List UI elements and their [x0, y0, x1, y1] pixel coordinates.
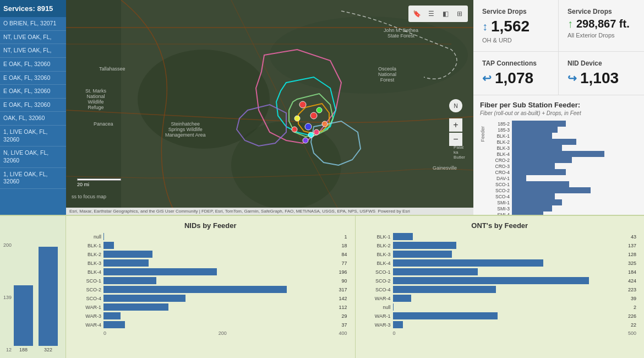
- sidebar-item[interactable]: N, LIVE OAK, FL, 32060: [0, 147, 66, 167]
- fiber-bar-row: BLK-1: [488, 133, 637, 139]
- svg-point-17: [294, 116, 300, 121]
- bookmark-button[interactable]: 🔖: [411, 8, 423, 20]
- svg-point-19: [308, 132, 314, 138]
- onts-bar-row: WAR-4 39: [363, 295, 637, 302]
- map-zoom-controls[interactable]: + −: [449, 118, 462, 147]
- map-label-steinhatchee: Steinhatchee Springs Wildlife Management…: [165, 121, 206, 138]
- nids-bar-row: BLK-3 77: [74, 259, 347, 267]
- stat-service-drops-ext: Service Drops ↑ 298,867 ft. All Exterior…: [559, 0, 644, 52]
- onts-chart-title: ONT's by Feeder: [363, 221, 637, 230]
- nids-bar-row: SCO-2 317: [74, 286, 347, 293]
- sidebar-item[interactable]: E OAK, FL, 32060: [0, 99, 66, 112]
- nids-bar-row: SCO-1 90: [74, 277, 347, 284]
- fiber-bar-row: SMI-1: [488, 199, 637, 205]
- ext-icon: ↑: [567, 18, 573, 30]
- nids-bar-row: BLK-1 18: [74, 242, 347, 249]
- fiber-bar-row: 185-3: [488, 127, 637, 133]
- map-label-forest: John M. Bethea State Forest: [384, 28, 418, 39]
- sidebar-title: Services: 8915: [0, 0, 66, 17]
- stat-nid-device: NID Device ↪ 1,103: [559, 52, 644, 95]
- list-button[interactable]: ☰: [425, 8, 437, 20]
- svg-point-3: [231, 121, 341, 209]
- svg-point-16: [316, 107, 322, 113]
- onts-bar-row: SCO-4 223: [363, 286, 637, 293]
- fiber-bar-row: BLK-3: [488, 145, 637, 151]
- map-label-gainesville: Gainesville: [433, 165, 457, 171]
- sidebar-item[interactable]: E OAK, FL, 32060: [0, 85, 66, 99]
- left-bars: 188 322: [14, 247, 58, 352]
- grid-button[interactable]: ⊞: [454, 8, 466, 20]
- map-attribution: Esri, Maxar, Earthstar Geographics, and …: [66, 208, 473, 215]
- fiber-bar-row: SCO-2: [488, 187, 637, 193]
- stats-grid: Service Drops ↕ 1,562 OH & URD Service D…: [473, 0, 644, 95]
- nids-bar-row: WAR-4 37: [74, 321, 347, 328]
- nids-x-axis: 0 200 400: [74, 330, 347, 336]
- onts-bar-row: null 2: [363, 303, 637, 311]
- stat-service-drops-oh: Service Drops ↕ 1,562 OH & URD: [473, 0, 559, 52]
- onts-x-axis: 0 500: [363, 330, 637, 336]
- fiber-chart-panel: Fiber per Sub Station Feeder: Fiber (rol…: [473, 95, 644, 215]
- fiber-bar-row: 185-2: [488, 121, 637, 127]
- sidebar-item[interactable]: OAK, FL, 32060: [0, 112, 66, 126]
- onts-bar-row: SCO-1 184: [363, 268, 637, 275]
- svg-point-20: [292, 127, 297, 132]
- map-label-stmarks: St. Marks National Wildlife Refuge: [85, 88, 106, 110]
- zoom-in-button[interactable]: +: [449, 118, 462, 132]
- fiber-chart-y-label: Feeder: [480, 126, 485, 142]
- map-compass: N: [449, 99, 462, 112]
- nids-bar-row: BLK-4 196: [74, 268, 347, 275]
- nids-bar-row: WAR-1 112: [74, 303, 347, 311]
- map-label-tallahassee: Tallahassee: [99, 66, 125, 72]
- onts-bar-row: BLK-2 137: [363, 242, 637, 249]
- left-bar-2: [39, 247, 58, 346]
- sidebar-item[interactable]: NT, LIVE OAK, FL,: [0, 44, 66, 58]
- svg-point-21: [303, 138, 308, 143]
- oh-icon: ↕: [482, 20, 488, 33]
- left-bar-chart: 200 139 12 188 322: [3, 242, 62, 352]
- layers-button[interactable]: ◧: [439, 8, 451, 20]
- onts-bar-row: BLK-4 325: [363, 259, 637, 267]
- zoom-out-button[interactable]: −: [449, 133, 462, 146]
- nids-bar-row: SCO-4 142: [74, 295, 347, 302]
- onts-bar-row: WAR-3 22: [363, 321, 637, 328]
- fiber-chart-bars: 185-2 185-3 BLK-1 BLK-2 BLK-3: [488, 121, 637, 215]
- map-toolbar[interactable]: 🔖 ☰ ◧ ⊞: [408, 6, 468, 22]
- nids-bar-row: WAR-3 29: [74, 312, 347, 319]
- sidebar: Services: 8915 O BRIEN, FL, 32071 NT, LI…: [0, 0, 66, 215]
- svg-point-18: [322, 121, 328, 127]
- onts-bar-row: WAR-1 226: [363, 312, 637, 319]
- fiber-chart-container: Feeder 185-2 185-3 BLK-1 BLK-2 BLK-3: [480, 121, 637, 215]
- fiber-bar-row: CRO-2: [488, 157, 637, 163]
- left-vertical-bars: 200 139 12 188 322: [0, 216, 66, 358]
- fiber-bar-row: BLK-2: [488, 139, 637, 145]
- nids-bar-row: null 1: [74, 233, 347, 240]
- onts-bar-row: BLK-3 128: [363, 251, 637, 258]
- map-container[interactable]: Tallahassee Gainesville John M. Bethea S…: [66, 0, 473, 215]
- sidebar-item[interactable]: NT, LIVE OAK, FL,: [0, 31, 66, 45]
- nids-chart-section: NIDs by Feeder null 1 BLK-1 18 BLK-2 84 …: [66, 216, 355, 358]
- svg-point-22: [314, 129, 319, 135]
- onts-bar-row: SCO-2 424: [363, 277, 637, 284]
- svg-point-13: [299, 101, 306, 108]
- fiber-bar-row: CRO-3: [488, 163, 637, 169]
- nids-chart-title: NIDs by Feeder: [74, 221, 347, 230]
- sidebar-item[interactable]: E OAK, FL, 32060: [0, 58, 66, 72]
- map-label-osceola: Osceola National Forest: [378, 66, 396, 83]
- fiber-bar-row: BLK-4: [488, 151, 637, 157]
- left-bar-1: [14, 285, 33, 346]
- stat-tap-connections: TAP Connections ↩ 1,078: [473, 52, 559, 95]
- svg-point-2: [270, 17, 468, 94]
- svg-point-15: [305, 123, 312, 130]
- sidebar-item[interactable]: 1, LIVE OAK, FL, 32060: [0, 126, 66, 147]
- sidebar-item[interactable]: O BRIEN, FL, 32071: [0, 17, 66, 31]
- tap-icon: ↩: [482, 72, 492, 85]
- map-label-palatkab: PalatkaButler: [454, 145, 465, 160]
- fiber-bar-row: SCO-1: [488, 181, 637, 187]
- nids-bar-chart: null 1 BLK-1 18 BLK-2 84 BLK-3 77 BLK-4: [74, 233, 347, 328]
- sidebar-item[interactable]: E OAK, FL, 32060: [0, 72, 66, 85]
- map-focus-label: ss to focus map: [72, 194, 106, 199]
- nids-bar-row: BLK-2 84: [74, 251, 347, 258]
- sidebar-item[interactable]: 1, LIVE OAK, FL, 32060: [0, 168, 66, 189]
- right-panel: Service Drops ↕ 1,562 OH & URD Service D…: [473, 0, 644, 215]
- svg-point-14: [310, 112, 317, 119]
